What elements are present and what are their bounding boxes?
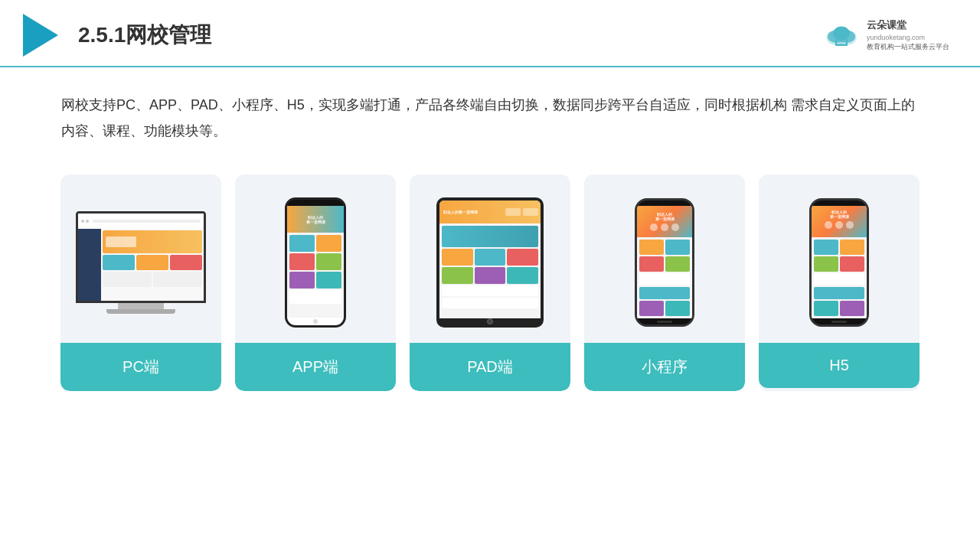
svg-rect-8 <box>835 44 848 45</box>
logo-area: 云朵课堂 yunduoketang.com 教育机构一站式服务云平台 <box>822 18 949 51</box>
cards-container: PC端 职达人的第一堂网课 <box>0 152 980 414</box>
cloud-logo-icon <box>822 21 861 49</box>
mini-program-label: 小程序 <box>584 343 745 391</box>
h5-label: H5 <box>759 343 920 388</box>
play-icon <box>23 14 58 57</box>
pad-tablet-icon: 职达人的第一堂网课 <box>436 197 544 328</box>
page-title: 2.5.1网校管理 <box>78 21 211 50</box>
h5-image-area: 职达人的第一堂网课 <box>759 174 920 343</box>
card-mini-program[interactable]: 职达人的第一堂网课 <box>584 174 745 391</box>
svg-point-5 <box>833 27 849 39</box>
pc-monitor-icon <box>76 211 206 314</box>
pc-label: PC端 <box>60 343 221 391</box>
pad-label: PAD端 <box>410 343 570 391</box>
card-pad[interactable]: 职达人的第一堂网课 <box>410 174 570 391</box>
pad-image-area: 职达人的第一堂网课 <box>410 174 570 343</box>
logo-text: 云朵课堂 yunduoketang.com 教育机构一站式服务云平台 <box>867 18 949 51</box>
card-pc[interactable]: PC端 <box>60 174 221 391</box>
card-h5[interactable]: 职达人的第一堂网课 <box>759 174 920 391</box>
description-text: 网校支持PC、APP、PAD、小程序、H5，实现多端打通，产品各终端自由切换，数… <box>0 67 980 152</box>
card-app[interactable]: 职达人的第一堂网课 <box>235 174 396 391</box>
header: 2.5.1网校管理 云朵课堂 yunduoketang.com 教育机构一站式服… <box>0 0 980 67</box>
app-label: APP端 <box>235 343 396 391</box>
mini-program-phone-icon: 职达人的第一堂网课 <box>635 198 694 327</box>
app-phone-icon: 职达人的第一堂网课 <box>285 197 346 328</box>
mini-program-image-area: 职达人的第一堂网课 <box>584 174 745 343</box>
pc-image-area <box>60 174 221 343</box>
header-left: 2.5.1网校管理 <box>23 14 211 57</box>
h5-phone-icon: 职达人的第一堂网课 <box>809 198 869 327</box>
app-image-area: 职达人的第一堂网课 <box>235 174 396 343</box>
